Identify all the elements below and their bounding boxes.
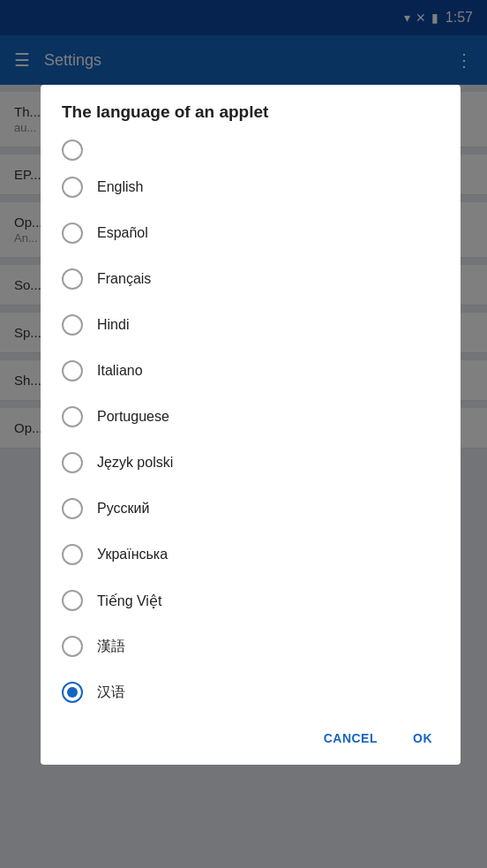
language-label-hindi: Hindi xyxy=(97,317,129,333)
language-dialog: The language of an applet English Españo… xyxy=(41,85,461,765)
radio-francais[interactable] xyxy=(62,268,83,290)
language-label-polish: Język polski xyxy=(97,455,173,471)
dialog-language-list[interactable]: English Español Français Hindi Italiano … xyxy=(41,136,461,715)
language-option-russian[interactable]: Русский xyxy=(48,486,453,532)
language-label-russian: Русский xyxy=(97,501,149,517)
dialog-title: The language of an applet xyxy=(41,85,461,136)
radio-italiano[interactable] xyxy=(62,360,83,381)
language-option-hindi[interactable]: Hindi xyxy=(48,302,453,348)
radio-hindi[interactable] xyxy=(62,314,83,336)
language-option-francais[interactable]: Français xyxy=(48,256,453,302)
radio-traditional-chinese[interactable] xyxy=(62,636,83,657)
language-label-portuguese: Portuguese xyxy=(97,409,169,425)
language-option-simplified-chinese[interactable]: 汉语 xyxy=(48,669,453,715)
radio-english[interactable] xyxy=(62,177,83,198)
radio-portuguese[interactable] xyxy=(62,406,83,427)
language-label-simplified-chinese: 汉语 xyxy=(97,683,125,702)
language-option-vietnamese[interactable]: Tiếng Việt xyxy=(48,577,453,623)
language-option-english[interactable]: English xyxy=(48,164,453,210)
language-label-espanol: Español xyxy=(97,225,148,241)
radio-espanol[interactable] xyxy=(62,223,83,244)
radio-vietnamese[interactable] xyxy=(62,590,83,611)
language-option-ukrainian[interactable]: Українська xyxy=(48,532,453,577)
language-label-vietnamese: Tiếng Việt xyxy=(97,593,161,609)
radio-polish[interactable] xyxy=(62,452,83,473)
ok-button[interactable]: OK xyxy=(399,722,446,754)
cancel-button[interactable]: CANCEL xyxy=(310,722,392,754)
radio-russian[interactable] xyxy=(62,498,83,519)
dialog-actions: CANCEL OK xyxy=(41,715,461,765)
language-option-italiano[interactable]: Italiano xyxy=(48,348,453,394)
language-label-english: English xyxy=(97,179,143,195)
language-label-traditional-chinese: 漢語 xyxy=(97,638,125,656)
language-option-polish[interactable]: Język polski xyxy=(48,440,453,486)
radio-simplified-chinese[interactable] xyxy=(62,682,83,703)
language-option-espanol[interactable]: Español xyxy=(48,210,453,256)
language-label-italiano: Italiano xyxy=(97,363,143,379)
language-option-portuguese[interactable]: Portuguese xyxy=(48,394,453,440)
radio-ukrainian[interactable] xyxy=(62,544,83,565)
language-option-traditional-chinese[interactable]: 漢語 xyxy=(48,623,453,669)
language-label-ukrainian: Українська xyxy=(97,547,168,562)
language-label-francais: Français xyxy=(97,271,151,287)
